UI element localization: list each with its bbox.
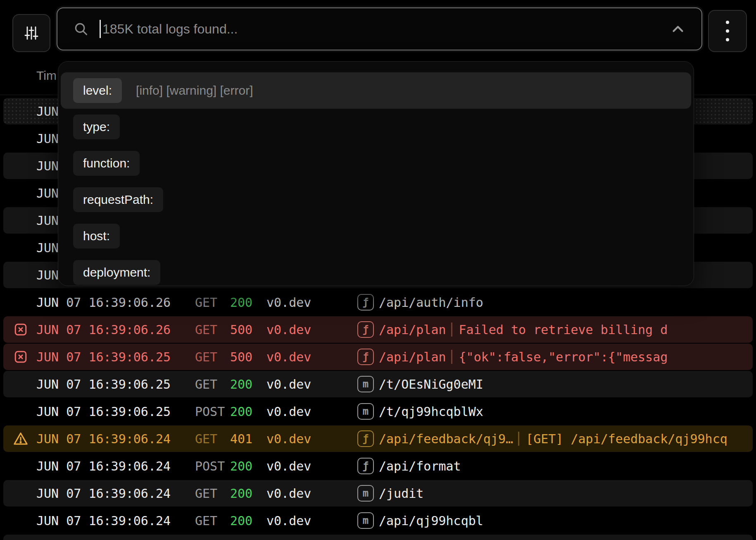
- log-message-divider: [518, 432, 519, 446]
- log-method: POST: [195, 404, 226, 419]
- log-message-divider: [451, 350, 452, 364]
- log-status: 200: [230, 377, 254, 392]
- log-path: /api/auth/info: [379, 295, 483, 310]
- log-source-icon: ƒ: [357, 349, 374, 365]
- log-path: /api/format: [379, 459, 461, 473]
- log-path: /judit: [379, 486, 423, 501]
- log-host: v0.dev: [266, 295, 314, 310]
- log-timestamp: JUN 07 16:39:06.24: [36, 459, 177, 473]
- log-host: v0.dev: [266, 404, 314, 419]
- level-icon: [12, 322, 29, 337]
- log-timestamp: JUN 07 16:39:06.25: [36, 350, 177, 364]
- level-icon: [12, 431, 29, 447]
- log-method: GET: [195, 295, 226, 310]
- log-host: v0.dev: [266, 323, 314, 337]
- logs-page: Tim JUN JUN: [0, 0, 756, 540]
- toolbar: 185K total logs found...: [0, 0, 756, 56]
- search-input[interactable]: 185K total logs found...: [57, 7, 702, 50]
- level-icon: [12, 349, 29, 364]
- log-path: /api/qj99hcqbl: [379, 514, 483, 528]
- log-row[interactable]: JUN 07 16:39:06.25 GET 500 v0.dev ƒ /api…: [0, 343, 756, 370]
- log-timestamp: JUN 07 16:39:06.25: [36, 377, 177, 392]
- log-row[interactable]: JUN 07 16:39:06.24 POST 200 v0.dev ƒ /ap…: [0, 452, 756, 480]
- search-icon: [73, 21, 89, 37]
- log-host: v0.dev: [266, 514, 314, 528]
- log-source-icon: ƒ: [357, 294, 374, 311]
- log-message: Failed to retrieve billing d: [459, 323, 756, 337]
- log-row[interactable]: JUN 07 16:39:06.24 GET 401 v0.dev ƒ /api…: [0, 425, 756, 452]
- log-row[interactable]: JUN 07 16:39:06.25 GET 200 v0.dev m /t/O…: [0, 370, 756, 398]
- log-status: 200: [230, 295, 254, 310]
- log-status: 200: [230, 514, 254, 528]
- log-source-icon: ƒ: [357, 430, 374, 447]
- log-host: v0.dev: [266, 350, 314, 364]
- log-source-icon: m: [357, 512, 374, 529]
- log-method: GET: [195, 350, 226, 364]
- search-placeholder: 185K total logs found...: [102, 22, 669, 37]
- log-host: v0.dev: [266, 377, 314, 392]
- log-host: v0.dev: [266, 459, 314, 473]
- suggestion-chip: host:: [73, 224, 120, 248]
- log-message: {"ok":false,"error":{"messag: [459, 350, 756, 364]
- log-timestamp: JUN 07 16:39:06.26: [36, 323, 177, 337]
- suggestion-item-function[interactable]: function:: [61, 145, 691, 182]
- suggestion-chip: requestPath:: [73, 187, 163, 212]
- log-message: [GET] /api/feedback/qj99hcq: [526, 432, 756, 446]
- log-path: /api/plan: [379, 350, 446, 364]
- log-status: 200: [230, 459, 254, 473]
- log-status: 401: [230, 432, 254, 446]
- search-suggestions-dropdown: level: [info] [warning] [error] type: fu…: [58, 61, 694, 286]
- log-message-divider: [451, 323, 452, 337]
- suggestion-chip: function:: [73, 151, 140, 176]
- log-method: GET: [195, 432, 226, 446]
- suggestion-item-requestPath[interactable]: requestPath:: [61, 182, 691, 218]
- log-method: GET: [195, 486, 226, 501]
- sliders-icon: [23, 25, 40, 41]
- log-method: GET: [195, 514, 226, 528]
- log-status: 200: [230, 404, 254, 419]
- log-path: /t/OEsNiGg0eMI: [379, 377, 483, 392]
- log-row[interactable]: JUN 07 16:39:06.24 GET 200 v0.dev m /jud…: [0, 480, 756, 507]
- log-source-icon: ƒ: [357, 458, 374, 474]
- log-timestamp: JUN 07 16:39:06.26: [36, 295, 177, 310]
- log-row[interactable]: JUN 07 16:39:06.26 GET 200 v0.dev ƒ /api…: [0, 289, 756, 316]
- text-caret: [100, 20, 101, 38]
- log-row[interactable]: JUN 07 16:39:06.25 POST 200 v0.dev m /t/…: [0, 398, 756, 425]
- log-status: 500: [230, 323, 254, 337]
- log-path: /t/qj99hcqblWx: [379, 404, 483, 419]
- log-row[interactable]: JUN 07 16:39:06.26 GET 500 v0.dev ƒ /api…: [0, 316, 756, 343]
- suggestion-item-level[interactable]: level: [info] [warning] [error]: [61, 72, 691, 109]
- log-source-icon: m: [357, 376, 374, 392]
- suggestion-item-deployment[interactable]: deployment:: [61, 254, 691, 286]
- kebab-icon: [726, 21, 729, 41]
- log-status: 200: [230, 486, 254, 501]
- suggestion-item-host[interactable]: host:: [61, 218, 691, 254]
- log-method: POST: [195, 459, 226, 473]
- suggestion-item-type[interactable]: type:: [61, 109, 691, 145]
- log-path: /api/feedback/qj9…: [379, 432, 513, 446]
- log-source-icon: m: [357, 403, 374, 420]
- log-host: v0.dev: [266, 486, 314, 501]
- log-timestamp: JUN 07 16:39:06.25: [36, 404, 177, 419]
- filter-button[interactable]: [12, 14, 50, 52]
- log-source-icon: ƒ: [357, 321, 374, 338]
- suggestion-chip: type:: [73, 115, 120, 139]
- log-row[interactable]: JUN 07 16:39:06.24 GET 200 v0.dev m /api…: [0, 507, 756, 534]
- log-timestamp: JUN 07 16:39:06.24: [36, 514, 177, 528]
- log-path: /api/plan: [379, 323, 446, 337]
- log-host: v0.dev: [266, 432, 314, 446]
- suggestion-hint: [info] [warning] [error]: [136, 84, 253, 98]
- log-timestamp: JUN 07 16:39:06.24: [36, 432, 177, 446]
- log-method: GET: [195, 323, 226, 337]
- log-timestamp: JUN 07 16:39:06.24: [36, 486, 177, 501]
- log-source-icon: m: [357, 485, 374, 502]
- log-row[interactable]: [0, 534, 756, 540]
- suggestion-chip: level:: [73, 78, 122, 103]
- chevron-up-icon[interactable]: [669, 20, 687, 38]
- log-method: GET: [195, 377, 226, 392]
- suggestion-chip: deployment:: [73, 260, 160, 285]
- more-options-button[interactable]: [708, 10, 747, 52]
- log-status: 500: [230, 350, 254, 364]
